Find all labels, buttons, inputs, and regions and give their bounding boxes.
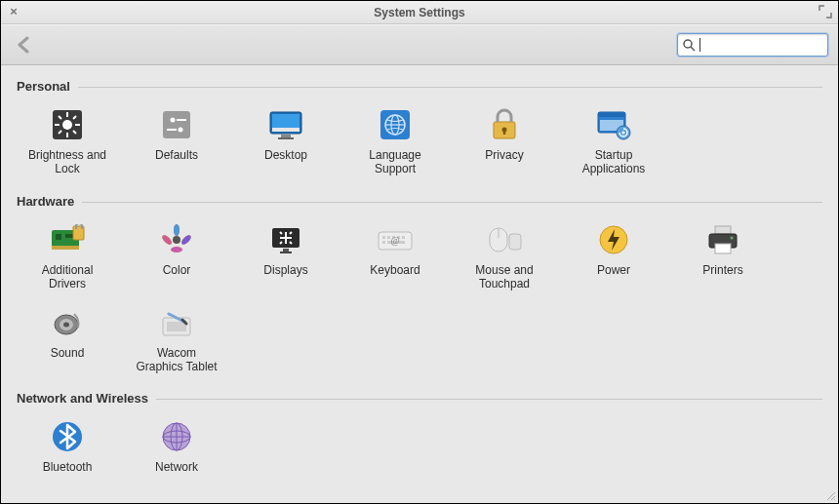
settings-window: × System Settings: [0, 0, 839, 504]
bluetooth-icon: [48, 417, 87, 456]
svg-rect-58: [402, 236, 405, 239]
svg-rect-19: [272, 128, 300, 132]
settings-item-label: Additional Drivers: [42, 263, 94, 291]
svg-rect-28: [503, 130, 505, 135]
settings-item-label: Privacy: [485, 148, 523, 162]
svg-point-13: [171, 118, 176, 123]
settings-item-keyboard[interactable]: @Keyboard: [340, 214, 450, 297]
content-area: Personal Brightness and LockDefaultsDesk…: [1, 65, 838, 503]
settings-item-label: Displays: [263, 263, 307, 277]
settings-item-bluetooth[interactable]: Bluetooth: [13, 411, 122, 480]
settings-item-label: Desktop: [264, 148, 307, 162]
brightness-icon: [48, 105, 87, 144]
svg-rect-21: [278, 137, 294, 139]
back-button[interactable]: [11, 31, 38, 58]
section-network-title: Network and Wireless: [17, 391, 148, 406]
settings-item-label: Color: [163, 263, 191, 277]
settings-item-sound[interactable]: Sound: [13, 297, 122, 380]
toolbar: [1, 24, 838, 65]
section-hardware-grid: Additional DriversColorDisplays@Keyboard…: [7, 211, 832, 386]
svg-point-15: [179, 128, 183, 133]
svg-rect-30: [598, 112, 625, 117]
svg-line-81: [827, 492, 835, 500]
svg-rect-36: [56, 234, 61, 240]
window-title: System Settings: [374, 6, 464, 19]
settings-item-label: Power: [597, 263, 630, 277]
section-hardware-title: Hardware: [17, 194, 74, 209]
svg-point-0: [684, 40, 692, 48]
settings-item-label: Language Support: [369, 148, 420, 176]
section-hardware-header: Hardware: [7, 188, 832, 211]
settings-item-network[interactable]: Network: [122, 411, 231, 480]
settings-item-label: Brightness and Lock: [28, 148, 106, 176]
svg-rect-18: [272, 114, 300, 128]
settings-item-label: Defaults: [155, 148, 198, 162]
resize-grip[interactable]: [824, 489, 836, 501]
settings-item-drivers[interactable]: Additional Drivers: [13, 214, 122, 297]
svg-rect-14: [177, 119, 186, 121]
settings-item-displays[interactable]: Displays: [231, 214, 340, 297]
startup-icon: [594, 105, 633, 144]
svg-rect-59: [382, 241, 385, 244]
settings-item-color[interactable]: Color: [122, 214, 231, 297]
section-personal-grid: Brightness and LockDefaultsDesktopLangua…: [7, 96, 832, 188]
settings-item-privacy[interactable]: Privacy: [450, 99, 559, 182]
svg-point-46: [171, 247, 182, 252]
settings-item-power[interactable]: Power: [559, 214, 668, 297]
privacy-icon: [485, 105, 524, 144]
keyboard-icon: @: [376, 220, 415, 259]
displays-icon: [266, 220, 305, 259]
maximize-button[interactable]: [819, 5, 832, 19]
svg-point-69: [731, 236, 734, 239]
settings-item-desktop[interactable]: Desktop: [231, 99, 340, 182]
settings-item-printers[interactable]: Printers: [668, 214, 778, 297]
svg-line-1: [691, 47, 695, 51]
close-button[interactable]: ×: [7, 5, 20, 19]
svg-point-45: [180, 233, 193, 246]
settings-item-startup[interactable]: Startup Applications: [559, 99, 668, 182]
search-field[interactable]: [677, 33, 828, 57]
svg-point-33: [622, 132, 625, 135]
color-icon: [157, 220, 196, 259]
settings-item-label: Printers: [702, 263, 742, 277]
svg-rect-64: [509, 234, 521, 250]
section-network-grid: BluetoothNetwork: [7, 407, 832, 485]
svg-rect-52: [280, 252, 292, 253]
wacom-icon: [157, 303, 196, 342]
settings-item-label: Bluetooth: [43, 460, 93, 474]
svg-point-44: [174, 224, 180, 236]
settings-item-defaults[interactable]: Defaults: [122, 99, 231, 182]
svg-rect-35: [52, 246, 79, 250]
titlebar: × System Settings: [1, 1, 838, 24]
svg-rect-68: [715, 244, 731, 253]
defaults-icon: [157, 105, 196, 144]
settings-item-label: Network: [155, 460, 198, 474]
svg-rect-51: [283, 249, 289, 252]
settings-item-mouse[interactable]: Mouse and Touchpad: [450, 214, 559, 297]
settings-item-label: Sound: [51, 346, 85, 360]
svg-point-39: [173, 236, 180, 244]
svg-rect-66: [715, 226, 731, 234]
svg-point-3: [62, 120, 72, 130]
settings-item-language[interactable]: Language Support: [340, 99, 450, 182]
printers-icon: [703, 220, 742, 259]
svg-rect-74: [167, 322, 186, 331]
settings-item-label: Mouse and Touchpad: [475, 263, 533, 291]
language-icon: [376, 105, 415, 144]
svg-point-72: [63, 322, 69, 327]
svg-line-83: [834, 499, 835, 500]
settings-item-brightness[interactable]: Brightness and Lock: [13, 99, 122, 182]
network-icon: [157, 417, 196, 456]
svg-rect-54: [382, 236, 385, 239]
settings-item-wacom[interactable]: Wacom Graphics Tablet: [122, 297, 231, 380]
svg-rect-20: [281, 135, 291, 137]
svg-rect-12: [163, 111, 190, 138]
mouse-icon: [485, 220, 524, 259]
section-network-header: Network and Wireless: [7, 385, 832, 407]
settings-item-label: Wacom Graphics Tablet: [136, 346, 217, 374]
sound-icon: [48, 303, 87, 342]
settings-item-label: Startup Applications: [582, 148, 646, 176]
settings-item-label: Keyboard: [370, 263, 420, 277]
power-icon: [594, 220, 633, 259]
svg-text:@: @: [390, 235, 399, 246]
